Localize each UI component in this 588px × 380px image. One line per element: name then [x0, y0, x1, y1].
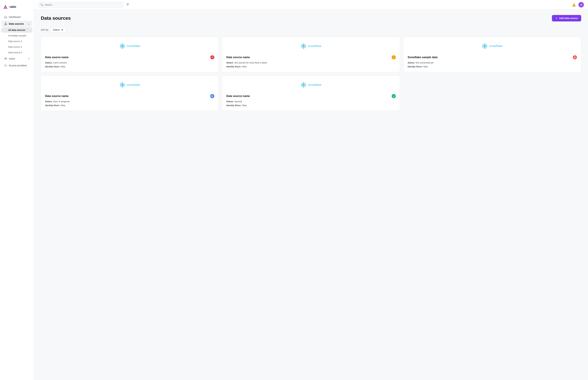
search-input[interactable] — [45, 3, 121, 6]
status-icon-warning — [392, 55, 396, 59]
key-icon — [4, 64, 7, 67]
svg-point-54 — [575, 57, 575, 57]
sidebar-item-access-providers[interactable]: Access providers — [1, 62, 33, 69]
sidebar-item-data-sources-label: Data sources — [9, 22, 26, 25]
datasources-icon — [4, 22, 7, 25]
sort-chevron-icon: ▼ — [61, 28, 63, 31]
card-status-2: Status: Not synced for more than a week — [226, 61, 396, 64]
page-content: Data sources ＋ Add data source Sort by S… — [34, 10, 588, 380]
card-name-5: Data source name — [226, 95, 250, 98]
card-header-3: Snowflake sample data — [408, 55, 577, 59]
sort-select[interactable]: Status ▼ — [50, 27, 66, 33]
main-content: 🔍 🔔 JC Data sources ＋ Add data source — [34, 0, 588, 380]
chevron-up-icon: ▲ — [28, 23, 30, 25]
card-logo-3: snowflake — [408, 41, 577, 51]
status-icon-synced — [392, 94, 396, 98]
users-icon — [4, 57, 7, 60]
sidebar-sub-data-source-3[interactable]: Data source 3 — [1, 38, 33, 44]
svg-point-40 — [394, 58, 394, 58]
sidebar-sub-all-data-sources-label: All data sources — [8, 29, 25, 31]
card-status-1: Status: Can't connect — [45, 61, 214, 64]
topbar: 🔍 🔔 JC — [34, 0, 588, 10]
sidebar-sub-data-source-5-label: Data source 5 — [8, 51, 22, 54]
home-icon — [4, 16, 7, 19]
svg-point-12 — [127, 3, 128, 4]
card-logo-1: snowflake — [45, 41, 214, 51]
sidebar-sub-data-source-3-label: Data source 3 — [8, 40, 22, 42]
status-icon-error — [210, 55, 214, 59]
status-icon-not-connected — [573, 55, 577, 59]
data-card-5[interactable]: snowflake Data source name Status: Synce… — [222, 76, 400, 111]
topbar-right: 🔔 JC — [571, 2, 584, 7]
data-card-4[interactable]: snowflake Data source name Status: Sync … — [41, 76, 219, 111]
page-header: Data sources ＋ Add data source — [41, 15, 581, 21]
svg-point-13 — [128, 4, 129, 5]
card-identity-5: Identity Store: Okta — [226, 104, 396, 107]
sidebar-item-users[interactable]: Users ▼ — [1, 56, 33, 62]
card-name-1: Data source name — [45, 56, 69, 59]
data-card-2[interactable]: snowflake Data source name Status: Not s… — [222, 37, 400, 72]
cards-grid: snowflake Data source name Status: Can't… — [41, 37, 581, 111]
search-icon: 🔍 — [40, 3, 43, 6]
svg-point-14 — [127, 5, 128, 5]
sidebar: raito Dashboard Data sources ▲ All data … — [0, 0, 34, 380]
sidebar-item-access-providers-label: Access providers — [9, 64, 30, 67]
sort-by-label: Sort by — [41, 28, 48, 31]
data-card-1[interactable]: snowflake Data source name Status: Can't… — [41, 37, 219, 72]
sidebar-sub-all-data-sources[interactable]: All data sources — [1, 27, 33, 33]
sidebar-sub-data-source-5[interactable]: Data source 5 — [1, 50, 33, 55]
sidebar-item-dashboard-label: Dashboard — [9, 16, 30, 18]
add-button-label: Add data source — [559, 17, 578, 19]
card-name-2: Data source name — [226, 56, 250, 59]
card-status-4: Status: Sync in progress — [45, 100, 214, 103]
data-card-3[interactable]: snowflake Snowflake sample data Status: … — [403, 37, 581, 72]
card-header-2: Data source name — [226, 55, 396, 59]
card-logo-5: snowflake — [226, 80, 396, 90]
sort-bar: Sort by Status ▼ — [41, 27, 581, 33]
svg-point-3 — [5, 23, 6, 24]
card-identity-4: Identity Store: Okta — [45, 104, 214, 107]
svg-point-7 — [6, 58, 7, 58]
card-header-5: Data source name — [226, 94, 396, 98]
raito-logo-icon — [3, 4, 8, 10]
page-title: Data sources — [41, 16, 71, 21]
card-logo-2: snowflake — [226, 41, 396, 51]
sidebar-sub-data-source-4-label: Data source 4 — [8, 46, 22, 48]
sort-value: Status — [53, 28, 60, 31]
status-icon-syncing — [210, 94, 214, 98]
svg-point-6 — [5, 58, 6, 59]
card-name-4: Data source name — [45, 95, 69, 98]
card-identity-1: Identity Store: Okta — [45, 65, 214, 68]
notifications-button[interactable]: 🔔 — [571, 2, 576, 7]
plus-icon: ＋ — [555, 17, 558, 20]
card-identity-2: Identity Store: Okta — [226, 65, 396, 68]
svg-point-8 — [5, 65, 6, 66]
card-status-5: Status: Synced — [226, 100, 396, 103]
logo-text: raito — [10, 5, 16, 9]
filter-button[interactable] — [125, 2, 130, 8]
chevron-down-icon: ▼ — [28, 57, 30, 60]
card-header-1: Data source name — [45, 55, 214, 59]
sidebar-sub-snowflake-sample[interactable]: Snowflake sample... — [1, 33, 33, 38]
logo: raito — [0, 3, 34, 14]
sidebar-sub-snowflake-sample-label: Snowflake sample... — [8, 34, 28, 37]
card-status-3: Status: Not connected yet — [408, 61, 577, 64]
card-name-3: Snowflake sample data — [408, 56, 437, 59]
sidebar-sub-data-source-4[interactable]: Data source 4 — [1, 44, 33, 50]
sidebar-item-data-sources[interactable]: Data sources ▲ — [1, 20, 33, 27]
search-box[interactable]: 🔍 — [38, 2, 123, 8]
card-identity-3: Identity Store: Okta — [408, 65, 577, 68]
sidebar-item-dashboard[interactable]: Dashboard — [1, 14, 33, 20]
add-data-source-button[interactable]: ＋ Add data source — [552, 15, 581, 21]
card-header-4: Data source name — [45, 94, 214, 98]
card-logo-4: snowflake — [45, 80, 214, 90]
sidebar-item-users-label: Users — [9, 57, 26, 60]
avatar[interactable]: JC — [578, 2, 584, 7]
